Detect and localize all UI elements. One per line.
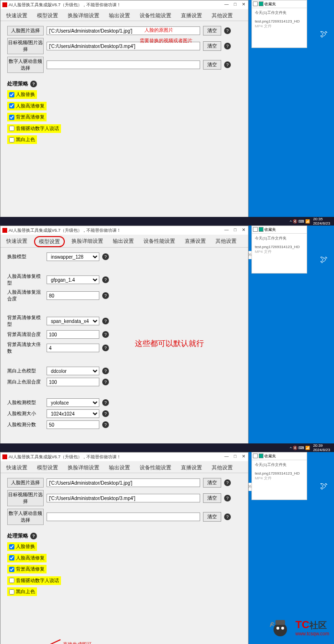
back-icon[interactable] bbox=[253, 453, 258, 458]
tab-other[interactable]: 其他设置 bbox=[209, 463, 236, 473]
tab-icon[interactable] bbox=[259, 227, 263, 232]
bg-hd-model-select[interactable]: span_kendata_x4 bbox=[47, 317, 99, 325]
help-icon[interactable]: ? bbox=[102, 410, 109, 417]
app-badge[interactable]: 🕊 bbox=[317, 27, 331, 41]
check-audio-drive[interactable]: 音频驱动数字人说话 bbox=[7, 124, 61, 133]
tab-detail[interactable]: 换脸详细设置 bbox=[65, 11, 102, 21]
help-icon[interactable]: ? bbox=[224, 479, 231, 486]
help-icon[interactable]: ? bbox=[102, 421, 109, 428]
detect-score-input[interactable] bbox=[47, 420, 99, 429]
file-item[interactable]: test.png17269314123_HD MP4 文件 bbox=[252, 17, 307, 31]
close-button[interactable]: ✕ bbox=[239, 226, 248, 234]
audio-input[interactable] bbox=[47, 60, 200, 69]
help-icon[interactable]: ? bbox=[102, 318, 109, 324]
tab-output[interactable]: 输出设置 bbox=[106, 11, 133, 21]
back-icon[interactable] bbox=[253, 227, 258, 232]
app-badge[interactable]: 🕊 bbox=[317, 252, 331, 267]
file-item[interactable]: test.png17269314123_HD MP4 文件 bbox=[252, 469, 307, 483]
help-icon[interactable]: ? bbox=[224, 43, 231, 49]
clear-button-2[interactable]: 清空 bbox=[203, 41, 221, 51]
audio-label[interactable]: 数字人驱动音频选择 bbox=[7, 509, 44, 525]
colorize-blend-input[interactable] bbox=[47, 378, 99, 386]
check-face-hd[interactable]: 人脸高清修复 bbox=[7, 102, 47, 110]
tab-other[interactable]: 其他设置 bbox=[209, 11, 236, 21]
close-button[interactable]: ✕ bbox=[239, 453, 248, 460]
maximize-button[interactable]: □ bbox=[231, 226, 239, 234]
check-face-replace[interactable]: 人脸替换 bbox=[7, 90, 37, 99]
help-icon[interactable]: ? bbox=[224, 513, 231, 520]
check-colorize[interactable]: 黑白上色 bbox=[7, 135, 37, 144]
tab-quick[interactable]: 快速设置 bbox=[3, 463, 30, 473]
target-video-input[interactable] bbox=[47, 494, 200, 502]
help-icon[interactable]: ? bbox=[102, 253, 109, 260]
help-icon[interactable]: ? bbox=[224, 61, 231, 68]
bg-hd-scale-input[interactable] bbox=[47, 344, 99, 352]
tab-output[interactable]: 输出设置 bbox=[110, 236, 137, 247]
audio-label[interactable]: 数字人驱动音频选择 bbox=[7, 57, 44, 73]
tray-icons[interactable]: ^ 🔇 ⌨ 📶 bbox=[290, 446, 310, 450]
tab-model[interactable]: 模型设置 bbox=[34, 11, 61, 21]
face-image-label[interactable]: 人脸图片选择 bbox=[7, 478, 44, 488]
tab-icon[interactable] bbox=[259, 453, 263, 458]
face-hd-blend-input[interactable] bbox=[47, 291, 99, 300]
clear-button-2[interactable]: 清空 bbox=[203, 493, 221, 503]
tab-device[interactable]: 设备性能设置 bbox=[137, 11, 174, 21]
colorize-model-select[interactable]: ddcolor bbox=[47, 367, 99, 375]
file-item[interactable]: test.png17269314123_HD MP4 文件 bbox=[252, 243, 307, 256]
help-icon[interactable]: ? bbox=[102, 368, 109, 374]
face-image-label[interactable]: 人脸图片选择 bbox=[7, 26, 44, 36]
app-badge[interactable]: 🕊 bbox=[317, 479, 331, 493]
tab-detail[interactable]: 换脸详细设置 bbox=[65, 463, 102, 473]
help-icon[interactable]: ? bbox=[224, 27, 231, 34]
check-bg-hd[interactable]: 背景高清修复 bbox=[7, 565, 47, 573]
tab-device[interactable]: 设备性能设置 bbox=[141, 236, 178, 247]
tab-output[interactable]: 输出设置 bbox=[106, 463, 133, 473]
clear-button-3[interactable]: 清空 bbox=[203, 512, 221, 522]
help-icon[interactable]: ? bbox=[102, 276, 109, 283]
tab-quick[interactable]: 快速设置 bbox=[3, 236, 30, 247]
help-icon[interactable]: ? bbox=[30, 533, 37, 539]
check-bg-hd[interactable]: 背景高清修复 bbox=[7, 113, 47, 121]
tab-live[interactable]: 直播设置 bbox=[182, 236, 209, 247]
target-video-label[interactable]: 目标视频/图片选择 bbox=[7, 490, 44, 506]
swap-model-select[interactable]: inswapper_128 bbox=[47, 252, 99, 261]
target-video-label[interactable]: 目标视频/图片选择 bbox=[7, 38, 44, 54]
tab-icon[interactable] bbox=[259, 1, 263, 6]
check-face-replace[interactable]: 人脸替换 bbox=[7, 542, 37, 551]
maximize-button[interactable]: □ bbox=[231, 0, 239, 8]
minimize-button[interactable]: — bbox=[222, 0, 231, 8]
back-icon[interactable] bbox=[253, 1, 258, 6]
face-image-input[interactable] bbox=[47, 478, 200, 487]
detect-size-select[interactable]: 1024x1024 bbox=[47, 409, 99, 418]
tab-device[interactable]: 设备性能设置 bbox=[137, 463, 174, 473]
help-icon[interactable]: ? bbox=[102, 345, 109, 351]
minimize-button[interactable]: — bbox=[222, 226, 231, 234]
check-face-hd[interactable]: 人脸高清修复 bbox=[7, 554, 47, 562]
help-icon[interactable]: ? bbox=[102, 379, 109, 385]
clear-button-1[interactable]: 清空 bbox=[203, 478, 221, 488]
bg-hd-blend-input[interactable] bbox=[47, 330, 99, 339]
detect-model-select[interactable]: yoloface bbox=[47, 398, 99, 407]
clear-button-1[interactable]: 清空 bbox=[203, 26, 221, 36]
help-icon[interactable]: ? bbox=[30, 81, 37, 87]
tab-model[interactable]: 模型设置 bbox=[34, 463, 61, 473]
help-icon[interactable]: ? bbox=[102, 399, 109, 406]
tab-other[interactable]: 其他设置 bbox=[213, 236, 239, 247]
maximize-button[interactable]: □ bbox=[231, 453, 239, 460]
tab-live[interactable]: 直播设置 bbox=[178, 463, 205, 473]
check-colorize[interactable]: 黑白上色 bbox=[7, 587, 37, 596]
tab-quick[interactable]: 快速设置 bbox=[3, 11, 30, 21]
help-icon[interactable]: ? bbox=[102, 292, 109, 299]
audio-input[interactable] bbox=[47, 513, 200, 521]
tab-model[interactable]: 模型设置 bbox=[34, 236, 65, 247]
face-hd-model-select[interactable]: gfpgan_1.4 bbox=[47, 275, 99, 284]
face-image-input[interactable] bbox=[47, 26, 200, 35]
help-icon[interactable]: ? bbox=[102, 331, 109, 338]
tab-detail[interactable]: 换脸详细设置 bbox=[69, 236, 106, 247]
minimize-button[interactable]: — bbox=[222, 453, 231, 460]
help-icon[interactable]: ? bbox=[224, 495, 231, 501]
tab-live[interactable]: 直播设置 bbox=[178, 11, 205, 21]
clear-button-3[interactable]: 清空 bbox=[203, 60, 221, 70]
tray-icons[interactable]: ^ 🔇 ⌨ 📶 bbox=[290, 219, 310, 224]
close-button[interactable]: ✕ bbox=[239, 0, 248, 8]
